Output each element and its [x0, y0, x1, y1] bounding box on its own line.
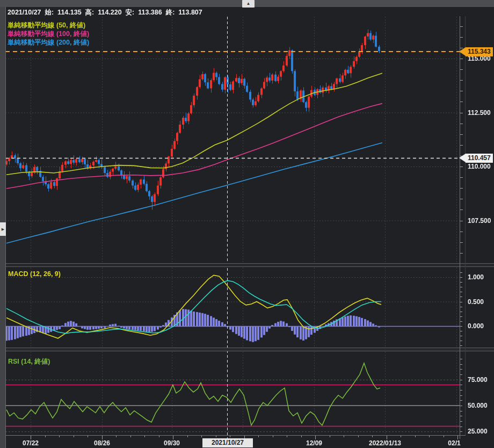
tag-arrow-icon [459, 154, 466, 162]
panel-separator[interactable] [5, 263, 494, 267]
collapse-panel-button[interactable]: ▲ [242, 0, 255, 8]
macd-panel-label: MACD (12, 26, 9) [8, 270, 61, 278]
chevron-right-icon: ▶ [2, 227, 4, 231]
current-price-tag: 115.343 [459, 47, 493, 56]
axis-label: 02/1 [448, 439, 460, 447]
axis-label: 07/22 [23, 439, 39, 447]
legend-item: 単純移動平均線 (50, 終値) [8, 21, 89, 30]
time-axis-line [5, 435, 466, 436]
price-axis-inner-line [465, 16, 466, 436]
chart-canvas[interactable] [0, 0, 494, 448]
axis-label: 09/30 [164, 439, 180, 447]
axis-label: 12/09 [306, 439, 322, 447]
axis-label: 0.500 [468, 298, 484, 306]
axis-label: 110.000 [468, 163, 491, 170]
tag-arrow-icon [459, 47, 466, 56]
axis-label: 107.500 [468, 217, 491, 225]
expand-sidebar-button[interactable]: ▶ [0, 222, 6, 236]
axis-label: 2022/01/13 [369, 439, 401, 447]
price-axis-line [460, 16, 460, 439]
axis-label: 25.000 [468, 428, 488, 435]
crosshair-date-tag: 2021/10/27 [202, 438, 253, 447]
legend-item: 単純移動平均線 (100, 終値) [8, 30, 89, 38]
panel-separator[interactable] [5, 348, 494, 351]
axis-label: 112.500 [468, 109, 491, 117]
axis-label: 08/26 [94, 439, 110, 447]
crosshair-price-tag: 110.457 [459, 154, 493, 163]
chevron-up-icon: ▲ [246, 1, 251, 6]
axis-label: 0.000 [468, 322, 484, 330]
axis-label: 1.000 [468, 273, 484, 281]
axis-label: 50.000 [468, 402, 488, 409]
axis-label: 75.000 [468, 376, 488, 384]
ohlc-title: 2021/10/27 始: 114.135 高: 114.220 安: 113.… [8, 8, 202, 17]
legend-item: 単純移動平均線 (200, 終値) [8, 38, 89, 47]
indicator-legend: 単純移動平均線 (50, 終値)単純移動平均線 (100, 終値)単純移動平均線… [8, 21, 89, 47]
rsi-panel-label: RSI (14, 終値) [8, 357, 50, 366]
